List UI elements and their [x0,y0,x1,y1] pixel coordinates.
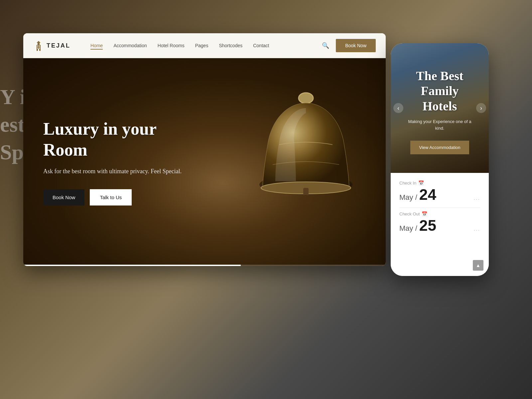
nav-contact[interactable]: Contact [253,43,269,48]
checkout-label: Check Out 📅 [399,211,480,216]
checkout-month: May / [399,224,417,233]
logo-text: TEJAL [47,42,70,49]
checkout-calendar-icon: 📅 [422,211,427,216]
nav-home[interactable]: Home [90,43,103,48]
nav-accommodation[interactable]: Accommodation [113,43,147,48]
svg-rect-7 [38,49,39,51]
phone-hero-content: The Best Family Hotels Making your Exper… [391,43,489,173]
checkout-field: Check Out 📅 May / 25 ... [399,211,480,233]
scroll-up-button[interactable]: ▲ [473,260,483,271]
svg-rect-5 [37,48,38,49]
hero-title: Luxury in your Room [43,119,203,160]
navbar: TEJAL Home Accommodation Hotel Rooms Pag… [23,33,386,58]
checkin-date-row: May / 24 ... [399,187,480,202]
progress-bar-area [23,265,386,266]
nav-shortcodes[interactable]: Shortcodes [219,43,242,48]
hero-subtitle: Ask for the best room with ultimate priv… [43,167,203,176]
svg-rect-1 [38,43,40,46]
checkout-date-row: May / 25 ... [399,218,480,233]
checkout-dots: ... [474,225,480,232]
booking-divider [399,207,480,208]
browser-window: TEJAL Home Accommodation Hotel Rooms Pag… [23,33,386,266]
checkin-label: Check In 📅 [399,180,480,186]
hero-talk-button[interactable]: Talk to Us [90,189,132,205]
checkin-field: Check In 📅 May / 24 ... [399,180,480,202]
checkout-day: 25 [419,218,436,233]
view-accommodation-button[interactable]: View Accommodation [410,141,469,154]
nav-pages[interactable]: Pages [195,43,208,48]
hotel-bell-icon [253,78,359,228]
checkin-day: 24 [419,187,436,202]
calendar-icon: 📅 [418,180,424,186]
booking-panel: Check In 📅 May / 24 ... Check Out 📅 May … [391,173,489,276]
hero-buttons: Book Now Talk to Us [43,189,203,205]
hero-book-now-button[interactable]: Book Now [43,189,84,205]
hero-section: Luxury in your Room Ask for the best roo… [23,58,386,266]
svg-rect-6 [39,48,40,49]
carousel-next-button[interactable]: › [476,103,486,113]
nav-hotel-rooms[interactable]: Hotel Rooms [158,43,185,48]
phone-mockup: ‹ › The Best Family Hotels Making your E… [391,43,489,276]
svg-rect-4 [39,46,40,47]
nav-right: 🔍 Book Now [322,39,376,52]
hero-content: Luxury in your Room Ask for the best roo… [23,58,223,266]
svg-point-12 [300,195,312,204]
navbar-book-now-button[interactable]: Book Now [336,39,376,52]
checkin-month: May / [399,193,417,202]
carousel-prev-button[interactable]: ‹ [393,103,403,113]
phone-hero-section: ‹ › The Best Family Hotels Making your E… [391,43,489,173]
building-icon [33,40,44,51]
nav-links: Home Accommodation Hotel Rooms Pages Sho… [90,43,322,48]
svg-point-9 [299,93,313,103]
progress-bar-fill [23,265,241,266]
phone-hero-title: The Best Family Hotels [404,68,475,114]
svg-marker-2 [37,41,41,43]
logo-area: TEJAL [33,40,70,51]
checkin-dots: ... [474,195,480,201]
phone-hero-subtitle: Making your Experience one of a kind. [404,118,475,131]
svg-rect-3 [37,46,38,47]
search-icon[interactable]: 🔍 [322,42,329,49]
